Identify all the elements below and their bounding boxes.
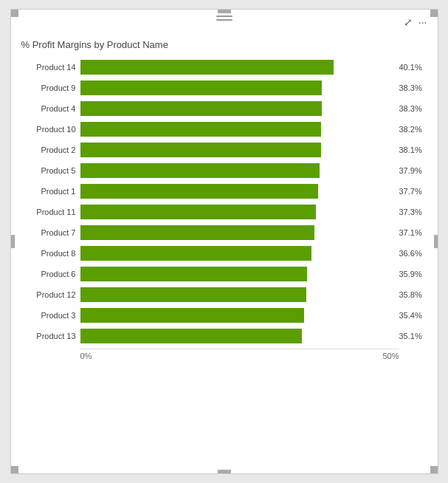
bar-fill [80,287,306,302]
bar-value: 38.3% [399,83,427,92]
bar-container [80,267,396,281]
bar-row: Product 737.1% [21,223,427,242]
drag-handle[interactable] [216,16,232,21]
bar-container [80,184,396,199]
bar-row: Product 238.1% [21,140,427,160]
bar-value: 38.2% [399,125,427,134]
bar-fill [80,143,321,157]
bar-row: Product 1137.3% [21,202,427,222]
bar-label: Product 6 [21,270,80,278]
corner-handle-tr[interactable] [430,10,438,17]
bar-fill [80,80,323,95]
bar-container [80,122,396,137]
bar-container [80,287,396,302]
chart-title: % Profit Margins by Product Name [21,39,427,50]
bar-value: 37.3% [399,208,427,216]
bar-label: Product 14 [21,63,80,72]
bar-row: Product 137.7% [21,182,427,201]
expand-icon[interactable]: ⤢ [404,17,413,27]
bar-value: 35.8% [399,290,427,299]
bar-fill [80,101,323,116]
bar-value: 40.1% [399,63,427,72]
edge-handle-top[interactable] [218,10,231,13]
bar-label: Product 10 [21,125,80,134]
bar-fill [80,163,320,178]
bar-container [80,143,396,157]
bar-row: Product 1235.8% [21,285,427,304]
bar-value: 38.3% [399,104,427,113]
bar-fill [80,60,334,75]
bar-container [80,163,396,178]
bar-value: 36.6% [399,249,427,258]
bar-label: Product 8 [21,249,80,258]
chart-area: Product 1440.1%Product 938.3%Product 438… [21,58,427,346]
bar-label: Product 12 [21,290,80,299]
bar-fill [80,205,316,219]
bar-container [80,101,396,116]
bar-label: Product 5 [21,166,80,175]
axis-max-label: 50% [382,352,399,360]
bar-label: Product 7 [21,228,80,237]
axis-min-label: 0% [80,352,92,360]
bar-container [80,60,396,75]
edge-handle-right[interactable] [434,235,438,248]
bar-label: Product 11 [21,208,80,216]
bar-value: 37.9% [399,166,427,175]
bar-container [80,246,396,261]
axis-labels: 0% 50% [80,349,399,360]
bar-label: Product 2 [21,145,80,154]
bar-container [80,225,396,240]
bar-value: 38.1% [399,145,427,154]
bar-container [80,80,396,95]
edge-handle-left[interactable] [11,235,15,248]
axis-row: 0% 50% [21,349,427,360]
bar-row: Product 635.9% [21,264,427,284]
chart-card: ⤢ ··· % Profit Margins by Product Name P… [10,9,438,474]
bar-container [80,308,396,323]
corner-handle-bl[interactable] [11,466,18,473]
bar-value: 37.7% [399,187,427,196]
bar-row: Product 1038.2% [21,120,427,139]
header-icons: ⤢ ··· [404,17,427,27]
bar-row: Product 938.3% [21,78,427,97]
corner-handle-tl[interactable] [11,10,18,17]
bar-label: Product 9 [21,83,80,92]
bar-value: 37.1% [399,228,427,237]
bar-container [80,205,396,219]
bar-fill [80,329,302,343]
bar-fill [80,184,319,199]
bar-row: Product 537.9% [21,161,427,180]
bar-fill [80,308,304,323]
bar-container [80,329,396,343]
bar-value: 35.9% [399,270,427,278]
bar-value: 35.4% [399,311,427,320]
bar-label: Product 1 [21,187,80,196]
bar-label: Product 13 [21,332,80,340]
bar-row: Product 335.4% [21,306,427,325]
bar-fill [80,225,315,240]
edge-handle-bottom[interactable] [218,470,231,473]
bar-row: Product 1335.1% [21,326,427,346]
bar-row: Product 836.6% [21,244,427,263]
bar-fill [80,122,322,137]
bar-fill [80,246,311,261]
more-options-icon[interactable]: ··· [418,17,427,27]
corner-handle-br[interactable] [430,466,438,473]
bar-fill [80,267,307,281]
bar-value: 35.1% [399,332,427,340]
bar-label: Product 3 [21,311,80,320]
bar-row: Product 1440.1% [21,58,427,77]
bar-row: Product 438.3% [21,99,427,118]
bar-label: Product 4 [21,104,80,113]
